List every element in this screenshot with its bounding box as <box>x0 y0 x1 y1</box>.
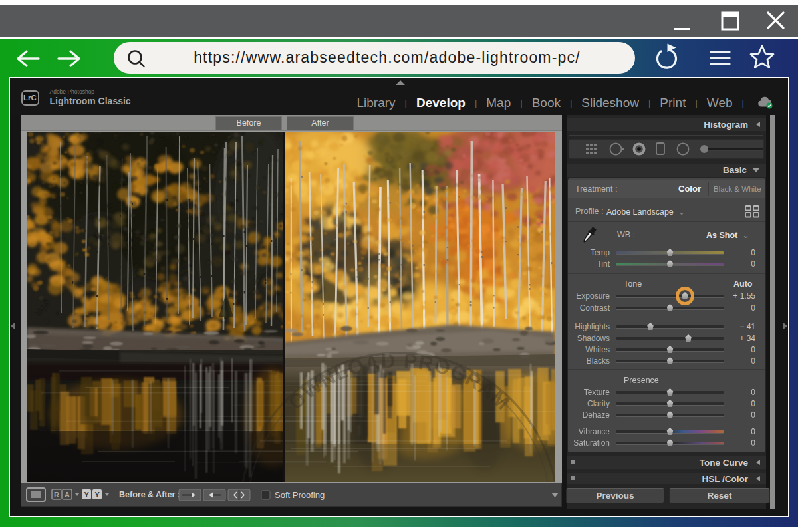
svg-text:Y: Y <box>84 491 90 499</box>
svg-text:Y: Y <box>95 491 100 499</box>
svg-text:R: R <box>54 491 59 499</box>
svg-text:A: A <box>65 491 70 499</box>
svg-text:https://www.arabseedtech.com/a: https://www.arabseedtech.com/adobe-light… <box>194 49 581 66</box>
svg-text:Before & After :: Before & After : <box>119 490 180 499</box>
svg-text:Soft Proofing: Soft Proofing <box>275 490 325 500</box>
